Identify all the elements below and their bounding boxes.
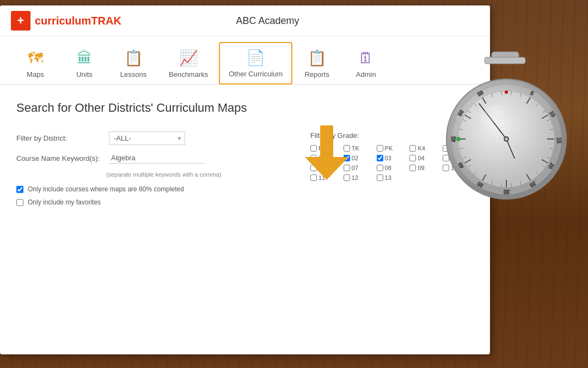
grade-k4-label: K4 — [418, 145, 425, 152]
keyword-input[interactable] — [109, 153, 205, 164]
nav-item-reports[interactable]: 📋 Reports — [292, 44, 341, 84]
nav-item-admin[interactable]: 🗓 Admin — [341, 44, 390, 84]
checkbox-completed-label: Only include courses where maps are 80% … — [28, 185, 184, 193]
checkbox-completed[interactable] — [16, 186, 23, 193]
page-title-text: Search for Other Districts' Curriculum M… — [16, 101, 247, 114]
units-icon: 🏛 — [77, 49, 92, 67]
checkbox-completed-row: Only include courses where maps are 80% … — [16, 185, 278, 193]
logo-trak: TRAK — [91, 15, 121, 27]
maps-icon: 🗺 — [28, 49, 43, 67]
left-form: Filter by District: -ALL- Course Name Ke… — [16, 131, 278, 212]
svg-point-53 — [505, 91, 508, 94]
grade-pk-checkbox[interactable] — [377, 145, 383, 152]
svg-rect-3 — [485, 57, 525, 64]
grade-03-checkbox[interactable] — [377, 155, 383, 161]
nav-item-lessons[interactable]: 📋 Lessons — [109, 44, 158, 84]
checkbox-favorites[interactable] — [16, 199, 23, 206]
grade-08: 08 — [377, 165, 408, 171]
content-area: Search for Other Districts' Curriculum M… — [0, 85, 490, 228]
nav-item-benchmarks[interactable]: 📈 Benchmarks — [158, 44, 219, 84]
district-select[interactable]: -ALL- — [109, 131, 185, 145]
district-select-wrapper[interactable]: -ALL- — [109, 131, 185, 145]
nav-label-admin: Admin — [356, 70, 376, 79]
checkbox-favorites-row: Only include my favorites — [16, 198, 278, 206]
nav-label-other-curriculum: Other Curriculum — [229, 70, 283, 78]
lessons-icon: 📋 — [124, 49, 143, 67]
nav-item-units[interactable]: 🏛 Units — [60, 44, 109, 84]
stopwatch: 55 5 50 10 45 15 40 20 35 25 30 — [436, 49, 577, 207]
district-row: Filter by District: -ALL- — [16, 131, 278, 145]
grade-12-label: 12 — [352, 174, 358, 181]
main-card: curriculumTRAK ABC Academy 🗺 Maps 🏛 Unit… — [0, 5, 490, 354]
logo-area: curriculumTRAK — [11, 11, 121, 31]
svg-point-54 — [456, 137, 461, 141]
form-area: Filter by District: -ALL- Course Name Ke… — [16, 131, 474, 212]
reports-icon: 📋 — [308, 49, 327, 67]
grade-03-label: 03 — [385, 155, 391, 161]
nav-bar: 🗺 Maps 🏛 Units 📋 Lessons 📈 Benchmarks 📄 … — [0, 37, 490, 85]
grade-03: 03 — [377, 155, 408, 161]
grade-k4-checkbox[interactable] — [409, 145, 416, 152]
other-curriculum-icon: 📄 — [246, 49, 265, 67]
svg-rect-0 — [320, 125, 333, 158]
logo-icon — [11, 11, 30, 31]
grade-09-label: 09 — [418, 165, 424, 171]
grade-pk: PK — [377, 145, 408, 152]
top-bar: curriculumTRAK ABC Academy — [0, 5, 490, 37]
grade-04-checkbox[interactable] — [409, 155, 416, 161]
svg-text:45: 45 — [451, 136, 457, 142]
checkbox-favorites-label: Only include my favorites — [28, 198, 101, 206]
grade-07-label: 07 — [352, 165, 358, 171]
nav-item-maps[interactable]: 🗺 Maps — [11, 44, 60, 84]
grade-13-checkbox[interactable] — [377, 174, 383, 181]
svg-text:15: 15 — [556, 137, 562, 144]
grade-09-checkbox[interactable] — [409, 165, 416, 171]
academy-title: ABC Academy — [121, 15, 414, 27]
nav-item-other-curriculum[interactable]: 📄 Other Curriculum — [219, 42, 292, 85]
grade-13-label: 13 — [385, 174, 391, 181]
annotation-arrow — [305, 125, 348, 180]
grade-08-checkbox[interactable] — [377, 165, 383, 171]
grade-pk-label: PK — [385, 145, 393, 152]
grade-02-label: 02 — [352, 155, 358, 161]
admin-icon: 🗓 — [358, 49, 373, 67]
grade-13: 13 — [377, 174, 408, 181]
district-label: Filter by District: — [16, 134, 103, 142]
benchmarks-icon: 📈 — [179, 49, 198, 67]
logo-curriculum: curriculum — [35, 15, 91, 27]
logo-text: curriculumTRAK — [35, 15, 121, 27]
svg-marker-1 — [305, 157, 348, 180]
nav-label-benchmarks: Benchmarks — [169, 70, 208, 79]
grade-tk-label: TK — [352, 145, 359, 152]
nav-label-units: Units — [76, 70, 93, 79]
grade-08-label: 08 — [385, 165, 391, 171]
svg-text:30: 30 — [503, 189, 510, 195]
keyword-label: Course Name Keyword(s): — [16, 154, 103, 162]
grade-04-label: 04 — [418, 155, 424, 161]
svg-point-58 — [505, 138, 508, 141]
nav-label-maps: Maps — [27, 70, 44, 79]
page-title: Search for Other Districts' Curriculum M… — [16, 101, 474, 115]
keyword-helper: (separate multiple keywords with a comma… — [106, 171, 278, 178]
nav-label-reports: Reports — [304, 70, 329, 79]
keyword-row: Course Name Keyword(s): — [16, 153, 278, 164]
nav-label-lessons: Lessons — [120, 70, 146, 79]
